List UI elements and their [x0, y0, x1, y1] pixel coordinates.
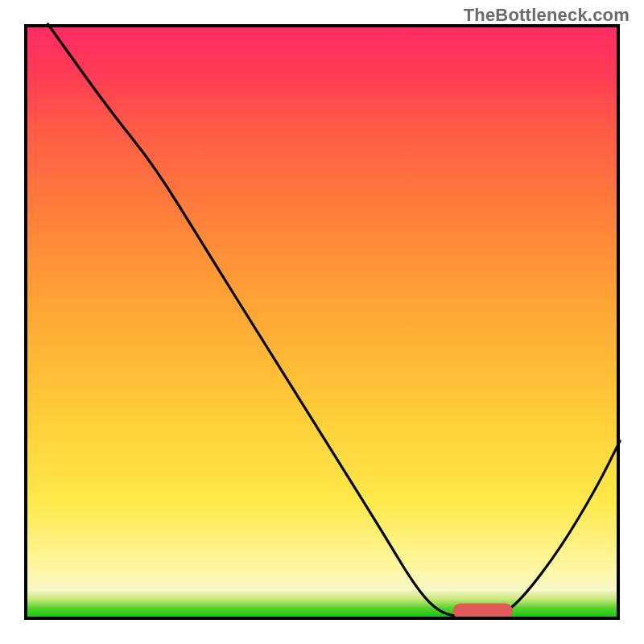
bottleneck-curve-line [48, 24, 620, 617]
optimal-marker [453, 604, 513, 619]
chart-overlay-svg [24, 24, 620, 620]
watermark-text: TheBottleneck.com [464, 5, 630, 26]
chart-container: TheBottleneck.com [0, 0, 644, 644]
